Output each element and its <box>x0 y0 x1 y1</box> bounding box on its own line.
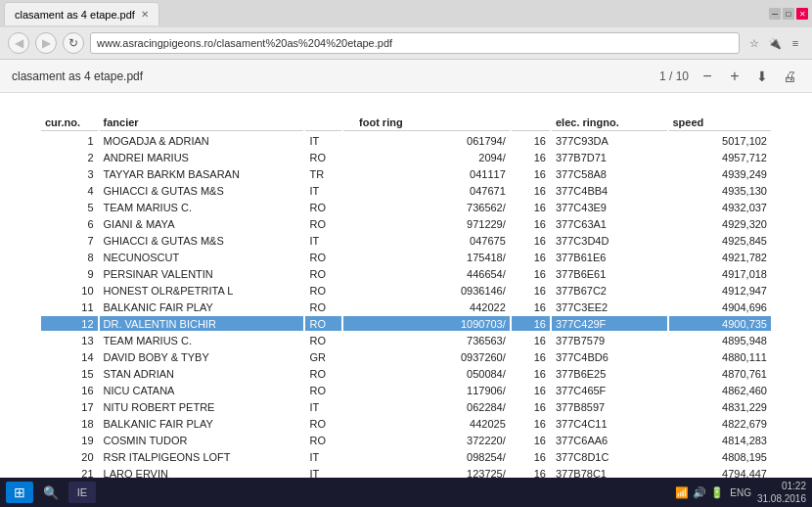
cell-foot2: 16 <box>512 300 550 314</box>
reload-button[interactable]: ↻ <box>63 32 84 54</box>
minimize-button[interactable]: ─ <box>769 8 781 20</box>
cell-country: RO <box>305 283 341 298</box>
table-row: 11 BALKANIC FAIR PLAY RO 442022 16 377C3… <box>41 300 771 314</box>
cell-num: 6 <box>41 216 98 231</box>
back-button[interactable]: ◀ <box>8 32 29 54</box>
cell-fancier: GHIACCI & GUTAS M&S <box>100 183 304 198</box>
table-row: 6 GIANI & MAYA RO 971229/ 16 377C63A1 49… <box>41 216 771 231</box>
cell-elec: 377C8D1C <box>552 449 667 464</box>
cell-num: 15 <box>41 366 98 381</box>
cell-foot2: 16 <box>512 449 550 464</box>
cell-country: RO <box>305 150 341 164</box>
cell-num: 9 <box>41 266 98 281</box>
cell-foot1: 442022 <box>343 300 510 314</box>
cell-elec: 377C43E9 <box>552 200 667 214</box>
extension-icon[interactable]: 🔌 <box>766 34 784 52</box>
cell-fancier: RSR ITALPIGEONS LOFT <box>100 449 304 464</box>
cell-foot1: 736562/ <box>343 200 510 214</box>
table-row: 18 BALKANIC FAIR PLAY RO 442025 16 377C4… <box>41 416 771 431</box>
forward-button[interactable]: ▶ <box>35 32 57 54</box>
menu-icon[interactable]: ≡ <box>787 34 804 52</box>
table-row: 19 COSMIN TUDOR RO 372220/ 16 377C6AA6 4… <box>41 433 771 447</box>
cell-country: RO <box>305 216 341 231</box>
cell-elec: 377B7D71 <box>552 150 667 164</box>
cell-num: 4 <box>41 183 98 198</box>
taskbar-app-icon[interactable]: IE <box>68 482 96 503</box>
zoom-in-icon[interactable]: + <box>724 66 745 87</box>
cell-foot2: 16 <box>512 250 550 264</box>
cell-num: 13 <box>41 333 98 347</box>
cell-speed: 4831,229 <box>669 399 772 414</box>
cell-fancier: NECUNOSCUT <box>100 250 304 264</box>
cell-foot1: 2094/ <box>343 150 510 164</box>
cell-country: RO <box>305 316 341 331</box>
tab-close-button[interactable]: ✕ <box>141 9 149 20</box>
taskbar-right: 📶 🔊 🔋 ENG 01:22 31.08.2016 <box>675 480 806 505</box>
cell-num: 11 <box>41 300 98 314</box>
cell-num: 12 <box>41 316 98 331</box>
cell-foot2: 16 <box>512 333 550 347</box>
search-button[interactable]: 🔍 <box>37 482 65 503</box>
battery-icon: 🔋 <box>710 486 724 499</box>
cell-num: 17 <box>41 399 98 414</box>
cell-foot1: 061794/ <box>343 133 510 148</box>
cell-fancier: GHIACCI & GUTAS M&S <box>100 233 304 248</box>
cell-num: 8 <box>41 250 98 264</box>
cell-elec: 377B8597 <box>552 399 667 414</box>
cell-elec: 377B6E61 <box>552 266 667 281</box>
time-display: 01:22 <box>757 480 806 492</box>
maximize-button[interactable]: □ <box>783 8 794 20</box>
cell-num: 3 <box>41 166 98 181</box>
cell-speed: 4957,712 <box>669 150 772 164</box>
cell-speed: 4929,320 <box>669 216 772 231</box>
cell-country: RO <box>305 383 341 397</box>
table-row: 14 DAVID BOBY & TYBY GR 0937260/ 16 377C… <box>41 349 771 364</box>
start-button[interactable]: ⊞ <box>6 482 33 503</box>
cell-fancier: NICU CATANA <box>100 383 304 397</box>
cell-foot1: 117906/ <box>343 383 510 397</box>
tab-title: clasament as 4 etape.pdf <box>15 9 135 21</box>
table-header-row: cur.no. fancier foot ring elec. ringno. … <box>41 115 771 131</box>
cell-foot1: 047675 <box>343 233 510 248</box>
cell-fancier: ANDREI MARIUS <box>100 150 304 164</box>
table-row: 13 TEAM MARIUS C. RO 736563/ 16 377B7579… <box>41 333 771 347</box>
pdf-toolbar: clasament as 4 etape.pdf 1 / 10 − + ⬇ 🖨 <box>0 60 812 93</box>
table-row: 5 TEAM MARIUS C. RO 736562/ 16 377C43E9 … <box>41 200 771 214</box>
cell-num: 2 <box>41 150 98 164</box>
cell-foot2: 16 <box>512 150 550 164</box>
close-button[interactable]: ✕ <box>796 8 808 20</box>
cell-num: 7 <box>41 233 98 248</box>
browser-tab[interactable]: clasament as 4 etape.pdf ✕ <box>4 2 159 25</box>
cell-foot1: 372220/ <box>343 433 510 447</box>
cell-speed: 4814,283 <box>669 433 772 447</box>
col-header-fancier: fancier <box>100 115 304 131</box>
browser-chrome: clasament as 4 etape.pdf ✕ ─ □ ✕ ◀ ▶ ↻ w… <box>0 0 812 60</box>
cell-country: RO <box>305 200 341 214</box>
table-row: 3 TAYYAR BARKM BASARAN TR 041117 16 377C… <box>41 166 771 181</box>
cell-country: RO <box>305 250 341 264</box>
bookmark-icon[interactable]: ☆ <box>745 34 763 52</box>
cell-country: IT <box>305 183 341 198</box>
cell-foot2: 16 <box>512 399 550 414</box>
cell-fancier: TAYYAR BARKM BASARAN <box>100 166 304 181</box>
cell-elec: 377C63A1 <box>552 216 667 231</box>
cell-foot2: 16 <box>512 266 550 281</box>
zoom-out-icon[interactable]: − <box>697 66 718 87</box>
cell-num: 20 <box>41 449 98 464</box>
cell-fancier: DAVID BOBY & TYBY <box>100 349 304 364</box>
cell-speed: 4912,947 <box>669 283 772 298</box>
cell-speed: 4880,111 <box>669 349 772 364</box>
pdf-toolbar-icons: − + ⬇ 🖨 <box>697 66 800 87</box>
cell-fancier: NITU ROBERT PETRE <box>100 399 304 414</box>
cell-speed: 4870,761 <box>669 366 772 381</box>
print-icon[interactable]: 🖨 <box>779 66 800 87</box>
cell-speed: 4862,460 <box>669 383 772 397</box>
cell-foot1: 0937260/ <box>343 349 510 364</box>
cell-speed: 4932,037 <box>669 200 772 214</box>
cell-country: RO <box>305 300 341 314</box>
cell-country: RO <box>305 333 341 347</box>
cell-speed: 4904,696 <box>669 300 772 314</box>
cell-elec: 377C429F <box>552 316 667 331</box>
download-icon[interactable]: ⬇ <box>751 66 773 87</box>
address-bar[interactable]: www.asracingpigeons.ro/clasament%20as%20… <box>90 32 740 54</box>
